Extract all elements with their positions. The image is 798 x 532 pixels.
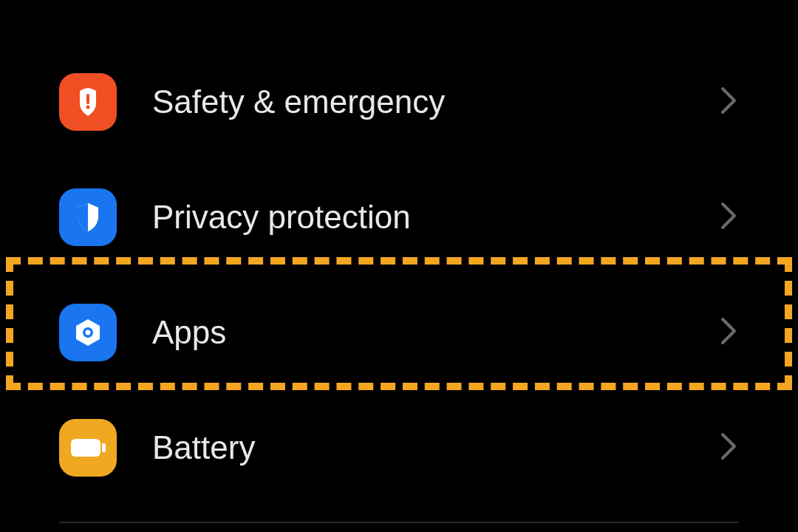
settings-item-battery[interactable]: Battery — [0, 390, 798, 505]
svg-rect-0 — [86, 94, 89, 104]
svg-point-1 — [86, 106, 90, 109]
battery-icon — [59, 419, 117, 477]
chevron-right-icon — [718, 430, 739, 466]
settings-item-label: Battery — [152, 429, 718, 466]
settings-item-apps[interactable]: Apps — [0, 275, 798, 390]
settings-list: Safety & emergency Privacy protection — [0, 0, 798, 505]
svg-rect-4 — [71, 439, 100, 457]
svg-rect-5 — [102, 443, 106, 452]
svg-point-3 — [86, 330, 91, 335]
chevron-right-icon — [718, 315, 739, 350]
privacy-icon — [59, 188, 117, 246]
settings-item-label: Apps — [152, 314, 718, 351]
chevron-right-icon — [718, 84, 739, 120]
divider — [59, 522, 739, 523]
settings-item-label: Privacy protection — [152, 199, 718, 236]
settings-item-privacy[interactable]: Privacy protection — [0, 160, 798, 275]
safety-icon — [59, 73, 117, 131]
apps-icon — [59, 304, 117, 361]
settings-item-label: Safety & emergency — [152, 83, 718, 120]
settings-item-safety[interactable]: Safety & emergency — [0, 44, 798, 160]
chevron-right-icon — [718, 200, 739, 235]
